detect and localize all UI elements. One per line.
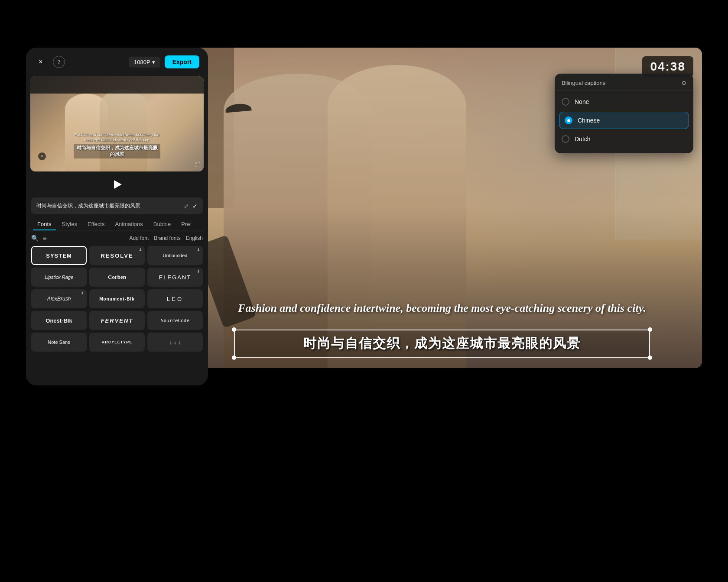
- left-panel: × ? 1080P ▾ Export Fashion and confidenc…: [26, 48, 208, 385]
- menu-icon[interactable]: ≡: [43, 235, 46, 242]
- font-action-links: Add font Brand fonts English: [130, 235, 203, 241]
- caption-text-icons: ⤢ ✓: [184, 203, 198, 210]
- font-grid: SYSTEM RESOLVE ⬇ Unbounded ⬇ Lipstick Ra…: [26, 246, 208, 356]
- bilingual-dropdown: Bilingual captions ⊙ None Chinese Dutch: [555, 74, 693, 153]
- bilingual-option-chinese[interactable]: Chinese: [559, 112, 689, 129]
- main-caption-chinese-wrap[interactable]: 时尚与自信交织，成为这座城市最亮眼的风景: [234, 330, 650, 358]
- font-cell-system[interactable]: SYSTEM: [31, 246, 87, 265]
- option-chinese-label: Chinese: [578, 117, 600, 124]
- search-icon[interactable]: 🔍: [31, 235, 39, 242]
- download-icon: ⬇: [197, 269, 200, 274]
- bilingual-option-none[interactable]: None: [555, 94, 693, 110]
- tab-effects[interactable]: Effects: [83, 218, 109, 230]
- main-caption-chinese: 时尚与自信交织，成为这座城市最亮眼的风景: [234, 330, 650, 358]
- font-search-row: 🔍 ≡ Add font Brand fonts English: [26, 230, 208, 246]
- bilingual-option-dutch[interactable]: Dutch: [555, 131, 693, 147]
- tab-styles[interactable]: Styles: [58, 218, 81, 230]
- close-button[interactable]: ×: [35, 56, 47, 68]
- preview-caption-overlay: Fashion and confidence intertwine, becom…: [74, 132, 160, 158]
- header-left-icons: × ?: [35, 56, 65, 68]
- font-cell-sourcecode[interactable]: SourceCode: [147, 311, 203, 330]
- play-button[interactable]: [110, 178, 124, 191]
- font-cell-notesans[interactable]: Note Sans: [31, 333, 87, 352]
- font-cell-fervent[interactable]: FERVENT: [89, 311, 145, 330]
- font-cell-more[interactable]: ↓ ↓ ↓: [147, 333, 203, 352]
- main-caption-english: Fashion and confidence intertwine, becom…: [234, 301, 650, 316]
- help-button[interactable]: ?: [53, 56, 65, 68]
- download-icon: ⬇: [139, 248, 142, 252]
- resolution-button[interactable]: 1080P ▾: [129, 57, 160, 68]
- radio-none: [562, 98, 569, 106]
- video-preview: Fashion and confidence intertwine, becom…: [30, 76, 204, 171]
- font-cell-onest[interactable]: Onest-Blk: [31, 311, 87, 330]
- main-video: 04:38 Bilingual captions ⊙ None Chinese …: [182, 48, 702, 368]
- brand-fonts-link[interactable]: Brand fonts: [154, 235, 180, 241]
- bilingual-title: Bilingual captions: [562, 80, 605, 86]
- collapse-icon[interactable]: ⊙: [682, 80, 686, 86]
- resize-handle-bl[interactable]: [232, 356, 236, 360]
- font-cell-lipstick[interactable]: Lipstick Rage: [31, 268, 87, 287]
- add-font-link[interactable]: Add font: [130, 235, 149, 241]
- resize-handle-tr[interactable]: [648, 327, 652, 332]
- preview-caption-en: Fashion and confidence intertwine, becom…: [74, 132, 160, 143]
- font-cell-arcyletype[interactable]: ARCYLETYPE: [89, 333, 145, 352]
- tab-preset[interactable]: Pre:: [177, 218, 196, 230]
- radio-chinese: [565, 116, 572, 124]
- option-none-label: None: [575, 98, 589, 105]
- font-cell-monument[interactable]: Monument-Blk: [89, 289, 145, 308]
- tab-bubble[interactable]: Bubble: [149, 218, 175, 230]
- caption-text-area: 时尚与自信交织，成为这座城市最亮眼的风景 ⤢ ✓: [31, 197, 203, 214]
- close-caption-button[interactable]: ×: [38, 152, 46, 160]
- caption-expand-icon[interactable]: ⤢: [184, 203, 189, 210]
- tab-animations[interactable]: Animations: [110, 218, 147, 230]
- resize-handle-tl[interactable]: [232, 327, 236, 332]
- font-cell-unbounded[interactable]: Unbounded ⬇: [147, 246, 203, 265]
- download-icon: ⬇: [197, 248, 200, 252]
- tabs-row: Fonts Styles Effects Animations Bubble P…: [28, 214, 206, 230]
- radio-dutch: [562, 135, 569, 143]
- playback-controls: [26, 171, 208, 197]
- preview-caption-zh: 时尚与自信交织，成为这座城市最亮眼的风景: [74, 144, 160, 158]
- font-cell-leo[interactable]: LEO: [147, 289, 203, 308]
- font-cell-resolve[interactable]: RESOLVE ⬇: [89, 246, 145, 265]
- caption-text: 时尚与自信交织，成为这座城市最亮眼的风景: [36, 202, 180, 210]
- caption-check-icon[interactable]: ✓: [192, 203, 198, 210]
- language-selector[interactable]: English: [186, 235, 203, 241]
- font-cell-alexbrush[interactable]: AlexBrush ⬇: [31, 289, 87, 308]
- resize-handle-br[interactable]: [648, 356, 652, 360]
- left-header: × ? 1080P ▾ Export: [26, 48, 208, 76]
- expand-preview-button[interactable]: ⛶: [195, 162, 200, 168]
- option-dutch-label: Dutch: [575, 136, 591, 142]
- export-button[interactable]: Export: [165, 55, 199, 68]
- bilingual-header: Bilingual captions ⊙: [555, 80, 693, 91]
- download-icon: ⬇: [81, 291, 84, 295]
- font-cell-elegant[interactable]: ELEGANT ⬇: [147, 268, 203, 287]
- tab-fonts[interactable]: Fonts: [33, 218, 56, 230]
- font-cell-corben[interactable]: Corben: [89, 268, 145, 287]
